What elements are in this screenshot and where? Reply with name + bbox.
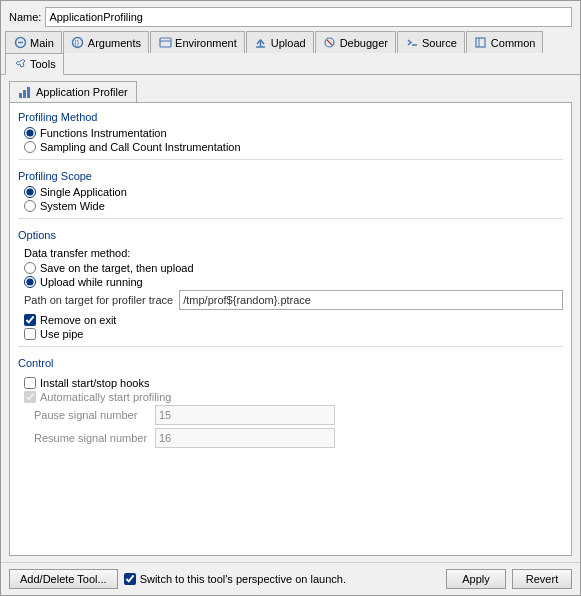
apply-button[interactable]: Apply: [446, 569, 506, 589]
tab-tools[interactable]: Tools: [5, 53, 64, 75]
control-section: Install start/stop hooks Automatically s…: [18, 377, 563, 451]
path-row: Path on target for profiler trace: [24, 290, 563, 310]
profiling-method-label: Profiling Method: [18, 111, 563, 123]
radio-save-upload[interactable]: Save on the target, then upload: [24, 262, 563, 274]
radio-single-label: Single Application: [40, 186, 127, 198]
inner-tab-bar: Application Profiler: [9, 81, 572, 102]
add-delete-button[interactable]: Add/Delete Tool...: [9, 569, 118, 589]
radio-single-input[interactable]: [24, 186, 36, 198]
svg-text:{}: {}: [75, 39, 80, 47]
tab-source[interactable]: Source: [397, 31, 465, 53]
radio-functions-input[interactable]: [24, 127, 36, 139]
tools-icon: [13, 57, 27, 71]
tab-debugger-label: Debugger: [340, 37, 388, 49]
radio-sampling-label: Sampling and Call Count Instrumentation: [40, 141, 241, 153]
footer-right: Apply Revert: [446, 569, 572, 589]
radio-sampling-input[interactable]: [24, 141, 36, 153]
name-label: Name:: [9, 11, 41, 23]
radio-functions[interactable]: Functions Instrumentation: [24, 127, 563, 139]
options-label: Options: [18, 229, 563, 241]
tab-main[interactable]: Main: [5, 31, 62, 53]
use-pipe-checkbox[interactable]: [24, 328, 36, 340]
main-content: Application Profiler Profiling Method Fu…: [1, 75, 580, 562]
switch-perspective-checkbox[interactable]: [124, 573, 136, 585]
tab-upload-label: Upload: [271, 37, 306, 49]
data-transfer-label: Data transfer method:: [24, 247, 563, 259]
tab-common[interactable]: Common: [466, 31, 544, 53]
tab-source-label: Source: [422, 37, 457, 49]
tab-environment[interactable]: Environment: [150, 31, 245, 53]
debugger-icon: [323, 36, 337, 50]
path-input[interactable]: [179, 290, 563, 310]
tab-common-label: Common: [491, 37, 536, 49]
install-hooks-item[interactable]: Install start/stop hooks: [24, 377, 563, 389]
tab-main-label: Main: [30, 37, 54, 49]
profiling-scope-group: Single Application System Wide: [24, 186, 563, 212]
upload-icon: [254, 36, 268, 50]
radio-single[interactable]: Single Application: [24, 186, 563, 198]
svg-rect-4: [160, 38, 171, 47]
switch-perspective-label: Switch to this tool's perspective on lau…: [140, 573, 346, 585]
source-icon: [405, 36, 419, 50]
svg-rect-14: [23, 90, 26, 98]
arguments-icon: {}: [71, 36, 85, 50]
pause-signal-input: [155, 405, 335, 425]
use-pipe-item[interactable]: Use pipe: [24, 328, 563, 340]
inner-tab-profiler[interactable]: Application Profiler: [9, 81, 137, 102]
svg-line-9: [327, 40, 332, 45]
resume-signal-row: Resume signal number: [34, 428, 563, 448]
profiling-method-group: Functions Instrumentation Sampling and C…: [24, 127, 563, 153]
install-hooks-checkbox[interactable]: [24, 377, 36, 389]
tab-tools-label: Tools: [30, 58, 56, 70]
transfer-group: Save on the target, then upload Upload w…: [24, 262, 563, 288]
auto-start-checkbox: [24, 391, 36, 403]
auto-start-item: Automatically start profiling: [24, 391, 563, 403]
svg-rect-15: [27, 87, 30, 98]
resume-signal-input: [155, 428, 335, 448]
dialog: Name: Main {} Arguments Environment: [0, 0, 581, 596]
install-hooks-label: Install start/stop hooks: [40, 377, 149, 389]
radio-upload-running[interactable]: Upload while running: [24, 276, 563, 288]
profiling-scope-label: Profiling Scope: [18, 170, 563, 182]
radio-save-upload-label: Save on the target, then upload: [40, 262, 194, 274]
radio-system[interactable]: System Wide: [24, 200, 563, 212]
control-label: Control: [18, 357, 563, 369]
tab-environment-label: Environment: [175, 37, 237, 49]
inner-tab-label: Application Profiler: [36, 86, 128, 98]
name-input[interactable]: [45, 7, 572, 27]
pause-signal-label: Pause signal number: [34, 409, 149, 421]
svg-rect-13: [19, 93, 22, 98]
remove-on-exit-item[interactable]: Remove on exit: [24, 314, 563, 326]
radio-upload-running-label: Upload while running: [40, 276, 143, 288]
radio-system-label: System Wide: [40, 200, 105, 212]
radio-sampling[interactable]: Sampling and Call Count Instrumentation: [24, 141, 563, 153]
use-pipe-label: Use pipe: [40, 328, 83, 340]
resume-signal-label: Resume signal number: [34, 432, 149, 444]
options-section: Data transfer method: Save on the target…: [18, 247, 563, 342]
footer: Add/Delete Tool... Switch to this tool's…: [1, 562, 580, 595]
radio-system-input[interactable]: [24, 200, 36, 212]
footer-left: Add/Delete Tool... Switch to this tool's…: [9, 569, 346, 589]
svg-rect-11: [476, 38, 485, 47]
path-label: Path on target for profiler trace: [24, 294, 173, 306]
profiler-panel: Profiling Method Functions Instrumentati…: [9, 102, 572, 556]
main-icon: [13, 36, 27, 50]
radio-functions-label: Functions Instrumentation: [40, 127, 167, 139]
common-icon: [474, 36, 488, 50]
tab-upload[interactable]: Upload: [246, 31, 314, 53]
environment-icon: [158, 36, 172, 50]
name-row: Name:: [1, 1, 580, 31]
tabs-bar: Main {} Arguments Environment Upload Deb…: [1, 31, 580, 75]
profiler-icon: [18, 85, 32, 99]
pause-signal-row: Pause signal number: [34, 405, 563, 425]
tab-debugger[interactable]: Debugger: [315, 31, 396, 53]
switch-perspective-item[interactable]: Switch to this tool's perspective on lau…: [124, 573, 346, 585]
radio-upload-running-input[interactable]: [24, 276, 36, 288]
tab-arguments-label: Arguments: [88, 37, 141, 49]
remove-on-exit-checkbox[interactable]: [24, 314, 36, 326]
radio-save-upload-input[interactable]: [24, 262, 36, 274]
remove-on-exit-label: Remove on exit: [40, 314, 116, 326]
tab-arguments[interactable]: {} Arguments: [63, 31, 149, 53]
auto-start-label: Automatically start profiling: [40, 391, 171, 403]
revert-button[interactable]: Revert: [512, 569, 572, 589]
